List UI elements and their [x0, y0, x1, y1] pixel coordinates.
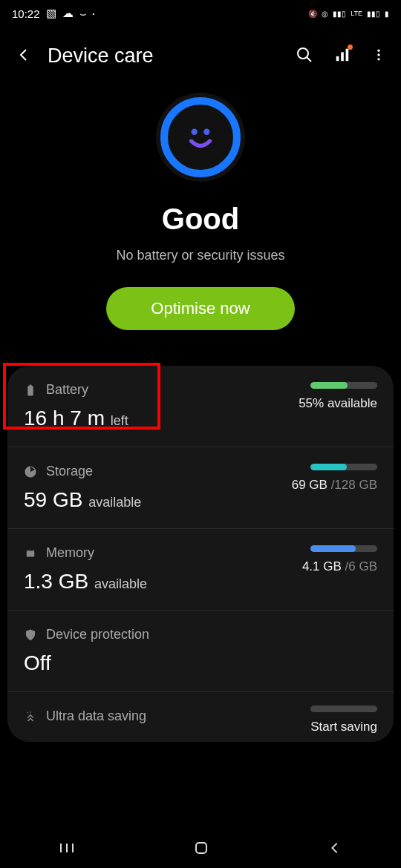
svg-point-0 [298, 48, 308, 59]
home-button[interactable] [192, 839, 210, 860]
storage-icon [24, 465, 37, 479]
ultra-bar [310, 706, 377, 712]
svg-rect-9 [27, 386, 33, 396]
memory-icon [24, 547, 37, 560]
svg-point-7 [192, 129, 198, 135]
battery-status-icon: ▮ [385, 10, 389, 18]
metrics-card: Battery 16 h 7 m left 55% available Stor… [7, 366, 394, 742]
data-saving-icon [24, 710, 37, 723]
header: Device care [0, 27, 401, 85]
ultra-row[interactable]: Ultra data saving Start saving [7, 692, 394, 742]
storage-label: Storage [46, 464, 93, 479]
back-icon[interactable] [15, 46, 33, 67]
battery-suffix: left [111, 413, 128, 428]
svg-point-6 [377, 58, 379, 60]
optimise-button[interactable]: Optimise now [106, 287, 294, 330]
hotspot-icon: ◎ [322, 10, 328, 18]
svg-point-5 [377, 53, 379, 56]
status-bar: 10:22 ▧ ☁ ⌣ • 🔇 ◎ ▮▮▯ LTE ▮▮▯ ▮ [0, 0, 401, 27]
svg-point-12 [27, 712, 29, 714]
svg-point-8 [203, 129, 209, 135]
svg-point-13 [30, 711, 31, 713]
svg-rect-10 [30, 384, 32, 386]
memory-used: 4.1 GB [302, 559, 342, 573]
search-icon[interactable] [296, 46, 313, 67]
memory-free: 1.3 GB [24, 570, 88, 593]
lte-label: LTE [351, 10, 362, 17]
smile-icon: ⌣ [79, 7, 87, 20]
memory-suffix: available [94, 576, 147, 591]
storage-total: /128 GB [331, 478, 377, 492]
gallery-icon: ▧ [46, 7, 56, 20]
storage-used: 59 GB [24, 488, 82, 511]
protection-status: Off [24, 651, 51, 675]
protection-label: Device protection [46, 627, 149, 642]
battery-bar [310, 382, 377, 389]
storage-bar [310, 464, 377, 470]
memory-label: Memory [46, 545, 94, 561]
memory-bar [310, 545, 377, 552]
clock: 10:22 [12, 7, 40, 20]
storage-used-right: 69 GB [292, 478, 327, 492]
status-title: Good [162, 203, 239, 236]
cloud-icon: ☁ [62, 7, 74, 20]
shield-icon [24, 628, 37, 642]
storage-row[interactable]: Storage 59 GB available 69 GB /128 GB [7, 447, 394, 529]
storage-suffix: available [88, 495, 141, 510]
dot-icon: • [93, 10, 95, 17]
recents-button[interactable] [58, 841, 76, 858]
more-icon[interactable] [371, 47, 386, 65]
memory-total: /6 GB [345, 559, 377, 573]
battery-percent: 55% available [299, 396, 377, 411]
svg-rect-3 [346, 48, 349, 61]
svg-rect-14 [196, 843, 206, 853]
svg-rect-11 [27, 551, 35, 557]
signal1-icon: ▮▮▯ [333, 10, 346, 18]
memory-row[interactable]: Memory 1.3 GB available 4.1 GB /6 GB [7, 529, 394, 611]
chart-icon[interactable] [334, 47, 351, 66]
battery-time: 16 h 7 m [24, 407, 105, 430]
signal2-icon: ▮▮▯ [367, 10, 380, 18]
navigation-bar [0, 831, 401, 868]
back-button[interactable] [327, 840, 343, 859]
ultra-label: Ultra data saving [46, 708, 146, 724]
battery-row[interactable]: Battery 16 h 7 m left 55% available [7, 366, 394, 447]
battery-icon [24, 384, 37, 397]
status-subtitle: No battery or security issues [116, 248, 284, 263]
mute-icon: 🔇 [308, 10, 317, 18]
protection-row[interactable]: Device protection Off [7, 611, 394, 692]
svg-rect-1 [336, 56, 339, 60]
smiley-icon [181, 118, 220, 157]
svg-rect-2 [341, 52, 344, 61]
page-title: Device care [48, 45, 281, 68]
svg-point-4 [377, 49, 379, 51]
ultra-right: Start saving [310, 720, 377, 734]
battery-label: Battery [46, 382, 88, 398]
status-ring [156, 93, 245, 182]
status-section: Good No battery or security issues Optim… [0, 85, 401, 352]
